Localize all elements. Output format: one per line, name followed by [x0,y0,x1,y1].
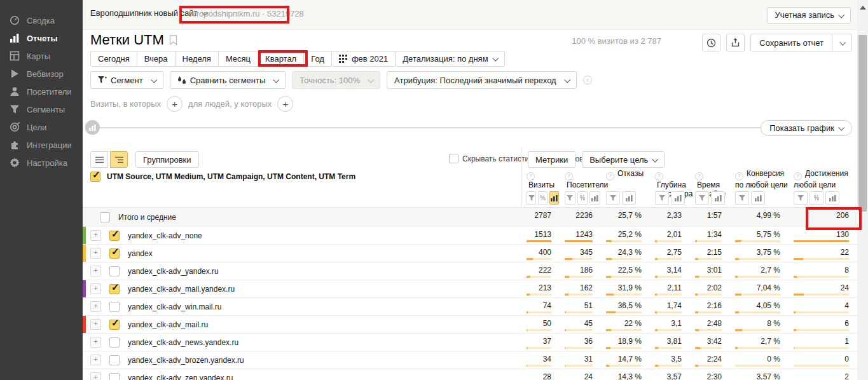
period-button-6[interactable]: Год [303,51,332,67]
row-checkbox[interactable] [109,248,120,259]
sidebar-item-settings[interactable]: Настройка [0,154,83,172]
attribution-button[interactable]: Атрибуция: Последний значимый переход [387,71,577,89]
segment-button[interactable]: Сегмент [90,71,163,89]
export-icon[interactable] [726,34,745,51]
chart-tool-icon[interactable] [751,191,765,205]
filter-tool-icon[interactable] [695,191,709,205]
vertical-scrollbar[interactable] [857,0,868,380]
metric-cell: 4,05 % [729,298,788,315]
goals-icon [10,122,20,132]
row-checkbox[interactable] [109,284,120,294]
table-body: Итого и средние2787223625,7 %2,331:574,9… [83,207,857,380]
save-report-dropdown[interactable] [832,34,851,51]
sidebar-item-dashboard[interactable]: Сводка [0,11,83,29]
sidebar-item-webvisor[interactable]: Вебвизор [0,65,83,83]
metric-bar-track [565,329,593,331]
row-checkbox[interactable] [100,212,110,222]
expand-row-button[interactable]: + [90,248,101,259]
filter-tool-icon[interactable] [655,191,669,205]
row-checkbox[interactable] [109,337,120,348]
percent-tool-icon[interactable]: % [577,191,588,205]
expand-row-button[interactable]: + [90,230,101,241]
chart-tool-icon[interactable] [589,191,600,205]
metric-bar-track [655,240,682,242]
filter-tool-icon[interactable] [606,191,620,205]
sidebar-item-reports[interactable]: Отчеты [0,29,83,47]
expand-row-button[interactable]: + [90,337,101,348]
chart-tool-icon[interactable] [671,191,685,205]
filter-tool-icon[interactable] [565,191,575,205]
show-chart-label: Показать график [769,123,834,133]
chart-tool-icon[interactable] [825,191,839,205]
row-checkbox[interactable] [109,302,120,312]
column-tools-1: % [521,191,559,205]
show-chart-button[interactable]: Показать график [761,120,852,136]
sidebar-item-integrations[interactable]: Интеграции [0,136,83,154]
sidebar-item-label: Интеграции [27,140,72,150]
chart-tool-icon[interactable] [549,191,559,205]
sidebar-item-visitors[interactable]: Посетители [0,83,83,100]
metrics-button[interactable]: Метрики [528,151,575,168]
metric-cell: 2:24 [689,351,729,369]
row-checkbox[interactable] [109,231,120,241]
period-button-2[interactable]: Вчера [137,51,176,67]
add-visits-filter-button[interactable]: + [167,96,183,112]
period-button-5[interactable]: Квартал [258,51,304,67]
chart-slider-track[interactable] [97,127,793,128]
expand-row-button[interactable]: + [90,355,101,365]
visits-filter-label: Визиты, в которых [90,99,161,109]
filter-tool-icon[interactable] [527,191,536,205]
sidebar-item-maps[interactable]: Карты [0,47,83,65]
metric-value: 18,9 % [618,337,642,346]
account-button[interactable]: Учетная запись [767,7,851,24]
percent-tool-icon[interactable]: % [538,191,548,205]
compare-icon [177,76,186,85]
list-view-button[interactable] [90,151,108,168]
metric-bar-fill [735,311,739,313]
period-button-3[interactable]: Неделя [175,51,219,67]
period-button-1[interactable]: Сегодня [90,51,137,67]
hide-unreliable-checkbox[interactable] [449,154,458,163]
goal-select-button[interactable]: Выберите цель [582,151,665,168]
sidebar-item-segments[interactable]: Сегменты [0,100,83,118]
dimension-header-checkbox[interactable] [90,172,100,182]
tree-view-button[interactable] [110,151,128,168]
row-checkbox[interactable] [109,355,120,365]
filter-tool-icon[interactable] [735,191,749,205]
sidebar-item-goals[interactable]: Цели [0,118,83,136]
groupings-button[interactable]: Группировки [135,151,199,168]
bookmark-icon[interactable] [169,35,177,45]
add-people-filter-button[interactable]: + [277,96,293,112]
row-checkbox[interactable] [109,320,120,330]
accuracy-button[interactable]: Точность: 100% [292,71,380,89]
chart-tool-icon[interactable] [711,191,725,205]
help-icon[interactable]: ? [583,76,592,85]
metric-bar-fill [565,240,593,242]
compare-segments-button[interactable]: Сравнить сегменты [170,71,286,89]
history-icon[interactable] [702,34,720,51]
visitors-icon [10,86,20,97]
row-checkbox[interactable] [109,373,120,380]
metric-bar-track [695,311,722,313]
expand-row-button[interactable]: + [90,372,101,380]
period-button-4[interactable]: Месяц [218,51,258,67]
chart-slider-handle[interactable] [85,120,100,135]
percent-tool-icon[interactable]: % [809,191,823,205]
filter-tool-icon[interactable] [794,191,808,205]
chevron-down-icon [652,156,659,162]
metric-value: 213 [539,283,551,292]
row-checkbox[interactable] [109,266,120,276]
scrollbar-thumb[interactable] [858,35,867,212]
chart-tool-icon[interactable] [622,191,636,205]
metric-value: 24 [584,372,593,380]
scroll-up-icon[interactable] [860,6,866,10]
expand-row-button[interactable]: + [90,301,101,312]
detail-button[interactable]: Детализация: по дням [395,51,504,67]
expand-row-button[interactable]: + [90,283,101,294]
help-icon: ? [565,172,573,180]
expand-row-button[interactable]: + [90,266,101,276]
expand-row-button[interactable]: + [90,319,101,330]
save-report-button[interactable]: Сохранить отчет [751,34,832,51]
calendar-button[interactable]: фев 2021 [331,51,396,67]
chevron-down-icon [838,125,844,131]
